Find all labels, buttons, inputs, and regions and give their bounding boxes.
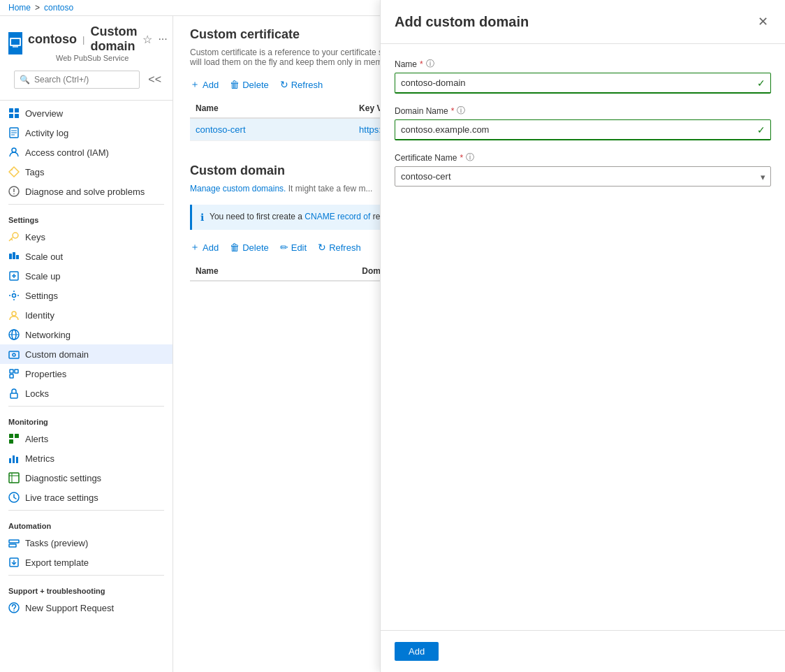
sidebar-item-label: Diagnose and solve problems	[25, 187, 145, 197]
sidebar-item-overview[interactable]: Overview	[0, 103, 173, 123]
svg-point-12	[11, 169, 13, 170]
domain-edit-button[interactable]: ✏ Edit	[280, 242, 307, 253]
delete-icon: 🗑	[230, 242, 240, 253]
svg-rect-28	[9, 351, 19, 358]
sidebar-item-identity[interactable]: Identity	[0, 305, 173, 325]
domain-name-input-wrap: ✓	[395, 119, 771, 140]
panel-title: Add custom domain	[395, 16, 529, 30]
name-required: *	[420, 59, 423, 69]
name-input-wrap: ✓	[395, 73, 771, 94]
svg-rect-1	[11, 39, 20, 45]
sidebar-item-label: Diagnostic settings	[25, 473, 101, 483]
sidebar-item-label: Live trace settings	[25, 492, 98, 503]
panel-close-button[interactable]: ✕	[755, 16, 771, 32]
cert-add-label: Add	[203, 80, 219, 90]
support-section-label: Support + troubleshooting	[0, 578, 173, 598]
domain-manage-link[interactable]: Manage custom domains.	[190, 184, 286, 193]
sidebar-item-diagnostic[interactable]: Diagnostic settings	[0, 468, 173, 488]
sidebar-item-label: Locks	[25, 388, 49, 399]
svg-rect-34	[9, 434, 13, 438]
search-box[interactable]: 🔍	[14, 71, 140, 89]
identity-icon	[8, 309, 20, 321]
domain-icon	[8, 349, 20, 360]
sidebar-item-label: New Support Request	[25, 603, 114, 613]
favorite-icon[interactable]: ☆	[142, 33, 152, 46]
domain-add-button[interactable]: ＋ Add	[190, 241, 219, 254]
sidebar-item-networking[interactable]: Networking	[0, 325, 173, 344]
cname-link[interactable]: CNAME record of	[305, 212, 370, 221]
diagnose-icon	[8, 186, 20, 197]
automation-section-label: Automation	[0, 513, 173, 533]
breadcrumb-sep: >	[35, 3, 40, 13]
svg-rect-45	[9, 544, 16, 547]
svg-rect-38	[13, 455, 15, 463]
svg-rect-31	[15, 370, 18, 373]
export-icon	[8, 557, 20, 568]
sidebar-item-label: Scale out	[25, 251, 63, 262]
cert-refresh-button[interactable]: ↻ Refresh	[280, 79, 323, 90]
sidebar-item-scale-out[interactable]: Scale out	[0, 247, 173, 266]
sidebar-item-tags[interactable]: Tags	[0, 162, 173, 182]
sidebar-item-alerts[interactable]: Alerts	[0, 429, 173, 448]
sidebar-item-live-trace[interactable]: Live trace settings	[0, 488, 173, 507]
sidebar-item-scale-up[interactable]: Scale up	[0, 266, 173, 286]
svg-point-11	[12, 148, 16, 152]
domain-delete-label: Delete	[242, 242, 269, 253]
panel-add-button[interactable]: Add	[395, 642, 439, 661]
domain-name-label: Domain Name * ⓘ	[395, 105, 771, 117]
sidebar-item-new-support[interactable]: New Support Request	[0, 598, 173, 618]
edit-icon: ✏	[280, 242, 288, 253]
cert-name-form-group: Certificate Name * ⓘ contoso-cert ▾	[395, 152, 771, 187]
name-info-tip[interactable]: ⓘ	[426, 58, 434, 70]
sidebar-item-activity-log[interactable]: Activity log	[0, 123, 173, 143]
sidebar-item-properties[interactable]: Properties	[0, 364, 173, 384]
domain-name-form-group: Domain Name * ⓘ ✓	[395, 105, 771, 140]
search-input[interactable]	[14, 71, 140, 89]
diagnostic-icon	[8, 472, 20, 483]
sidebar-item-export[interactable]: Export template	[0, 553, 173, 572]
sidebar-item-custom-domain[interactable]: Custom domain	[0, 344, 173, 364]
more-options-icon[interactable]: ···	[158, 33, 167, 45]
svg-rect-30	[10, 370, 13, 373]
sidebar-item-access-control[interactable]: Access control (IAM)	[0, 143, 173, 162]
domain-name-label-text: Domain Name	[395, 106, 448, 116]
sidebar-item-locks[interactable]: Locks	[0, 384, 173, 403]
sidebar-item-label: Settings	[25, 291, 58, 301]
name-input[interactable]	[395, 73, 771, 94]
svg-rect-40	[9, 473, 19, 483]
cert-name-info-tip[interactable]: ⓘ	[466, 152, 474, 163]
cert-add-button[interactable]: ＋ Add	[190, 78, 219, 91]
cert-name-select[interactable]: contoso-cert	[395, 166, 771, 187]
cert-name-required: *	[460, 153, 463, 163]
settings-divider	[8, 204, 164, 205]
domain-delete-button[interactable]: 🗑 Delete	[230, 242, 269, 253]
domain-refresh-button[interactable]: ↻ Refresh	[318, 242, 361, 253]
breadcrumb-home[interactable]: Home	[8, 3, 31, 13]
sidebar-item-metrics[interactable]: Metrics	[0, 448, 173, 468]
scaleup-icon	[8, 270, 20, 282]
domain-refresh-label: Refresh	[329, 242, 361, 253]
svg-rect-35	[15, 434, 19, 438]
page-separator: |	[82, 34, 85, 45]
cert-delete-button[interactable]: 🗑 Delete	[230, 79, 269, 90]
scaleout-icon	[8, 251, 20, 262]
sidebar-item-diagnose[interactable]: Diagnose and solve problems	[0, 182, 173, 201]
svg-rect-36	[9, 439, 13, 444]
resource-subtitle: Web PubSub Service	[56, 54, 168, 62]
domain-name-info-tip[interactable]: ⓘ	[457, 105, 465, 117]
refresh-icon: ↻	[280, 79, 288, 90]
metrics-icon	[8, 453, 20, 464]
sidebar-item-keys[interactable]: Keys	[0, 227, 173, 247]
cert-name-label-text: Certificate Name	[395, 153, 457, 163]
svg-point-49	[13, 611, 15, 612]
sidebar-item-tasks[interactable]: Tasks (preview)	[0, 533, 173, 553]
support-divider	[8, 575, 164, 576]
panel-body: Name * ⓘ ✓ Domain Name * ⓘ ✓	[381, 44, 785, 630]
sidebar-item-settings[interactable]: Settings	[0, 286, 173, 305]
collapse-button[interactable]: <<	[145, 71, 164, 89]
iam-icon	[8, 147, 20, 158]
sidebar-navigation: Overview Activity log Access control (IA…	[0, 101, 173, 672]
domain-name-input[interactable]	[395, 119, 771, 140]
breadcrumb-resource[interactable]: contoso	[44, 3, 73, 13]
sidebar-item-label: Tags	[25, 167, 44, 177]
